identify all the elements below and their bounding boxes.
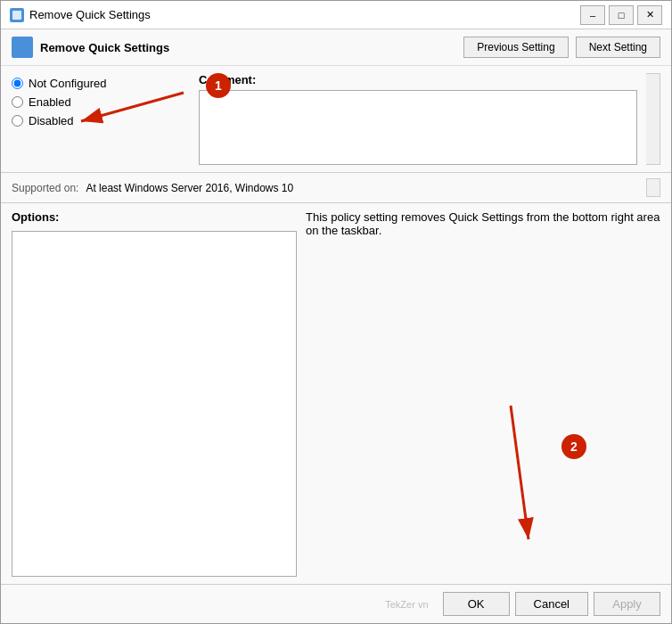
radio-not-configured-input[interactable]	[12, 78, 23, 89]
watermark: TekZer vn	[12, 599, 438, 610]
options-box	[12, 231, 297, 577]
radio-enabled-input[interactable]	[12, 96, 23, 108]
cancel-button[interactable]: Cancel	[515, 592, 588, 616]
apply-button[interactable]: Apply	[594, 592, 660, 616]
supported-label: Supported on:	[12, 182, 78, 194]
supported-section: Supported on: At least Windows Server 20…	[1, 173, 671, 203]
title-bar: Remove Quick Settings – □ ✕	[1, 1, 671, 29]
ok-button[interactable]: OK	[443, 592, 510, 616]
radio-enabled[interactable]: Enabled	[12, 95, 190, 109]
radio-not-configured[interactable]: Not Configured	[12, 77, 190, 90]
top-section: Not Configured Enabled Disabled Comment:	[1, 66, 671, 173]
supported-scrollbar[interactable]	[646, 178, 660, 197]
main-window: Remove Quick Settings – □ ✕ Remove Quick…	[0, 0, 672, 624]
title-bar-title: Remove Quick Settings	[29, 8, 151, 21]
window-icon	[10, 8, 24, 22]
radio-disabled-input[interactable]	[12, 115, 23, 127]
comment-section: Comment:	[199, 73, 637, 165]
bottom-bar: TekZer vn OK Cancel Apply	[1, 584, 671, 623]
radio-disabled-label: Disabled	[29, 114, 74, 127]
toolbar-title: Remove Quick Settings	[40, 41, 456, 54]
options-header: Options:	[12, 210, 297, 224]
title-bar-left: Remove Quick Settings	[10, 8, 151, 22]
previous-setting-button[interactable]: Previous Setting	[463, 37, 568, 58]
help-panel: This policy setting removes Quick Settin…	[306, 210, 660, 577]
close-button[interactable]: ✕	[637, 5, 662, 25]
radio-disabled[interactable]: Disabled	[12, 114, 190, 127]
radio-enabled-label: Enabled	[29, 95, 71, 109]
toolbar-icon	[12, 37, 33, 58]
comment-textarea[interactable]	[199, 90, 637, 165]
options-panel: Options:	[12, 210, 297, 577]
comment-scrollbar[interactable]	[646, 73, 660, 165]
supported-value: At least Windows Server 2016, Windows 10	[86, 182, 293, 194]
radio-not-configured-label: Not Configured	[29, 77, 106, 90]
svg-rect-0	[12, 11, 21, 20]
radio-options: Not Configured Enabled Disabled	[12, 73, 190, 165]
minimize-button[interactable]: –	[580, 5, 605, 25]
comment-label: Comment:	[199, 73, 637, 86]
middle-section: Options: This policy setting removes Qui…	[1, 203, 671, 584]
main-content: Not Configured Enabled Disabled Comment:	[1, 66, 671, 584]
toolbar: Remove Quick Settings Previous Setting N…	[1, 29, 671, 66]
title-bar-controls: – □ ✕	[580, 5, 662, 25]
next-setting-button[interactable]: Next Setting	[576, 37, 660, 58]
maximize-button[interactable]: □	[609, 5, 634, 25]
